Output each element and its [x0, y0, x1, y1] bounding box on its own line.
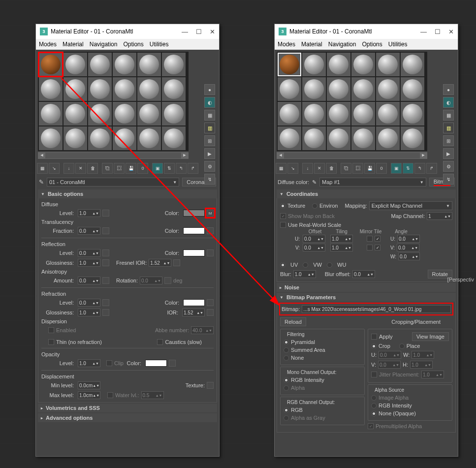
u-tiling-spinner[interactable]: 1.0▲▼ — [330, 235, 353, 243]
alpha-rgb-radio[interactable] — [371, 403, 377, 408]
material-slot[interactable] — [351, 53, 375, 76]
rollout-advanced-header[interactable]: ▸Advanced options — [38, 413, 217, 422]
aniso-amount-spinner[interactable]: 0.0▲▼ — [78, 277, 100, 284]
material-slot[interactable] — [162, 126, 186, 150]
refl-level-spinner[interactable]: 0.0▲▼ — [78, 249, 100, 257]
sample-type-icon[interactable]: ● — [443, 84, 454, 95]
material-slot[interactable] — [63, 102, 87, 125]
assign-icon[interactable]: ↓ — [63, 163, 74, 174]
titlebar[interactable]: 3 Material Editor - 01 - CoronaMtl — ☐ ✕ — [36, 24, 219, 39]
go-parent-icon[interactable]: ↰ — [176, 163, 187, 174]
close-button[interactable]: ✕ — [210, 28, 215, 35]
fresnel-map-button[interactable] — [173, 259, 180, 266]
menu-utilities[interactable]: Utilities — [388, 41, 408, 48]
material-slot[interactable] — [63, 126, 87, 150]
material-slot[interactable] — [351, 102, 375, 125]
texture-radio[interactable] — [280, 203, 286, 209]
clip-check[interactable] — [106, 360, 112, 366]
rollout-volumetrics-header[interactable]: ▸Volumetrics and SSS — [38, 404, 217, 412]
rgb-radio[interactable] — [284, 407, 289, 413]
opac-level-spinner[interactable]: 1.0▲▼ — [78, 359, 100, 367]
titlebar[interactable]: 3 Material Editor - 01 - CoronaMtl — ☐ ✕ — [275, 24, 458, 39]
translucency-color-swatch[interactable] — [183, 227, 205, 234]
show-map-back-check[interactable]: ✓ — [280, 213, 286, 219]
menu-utilities[interactable]: Utilities — [150, 41, 169, 48]
fresnel-spinner[interactable]: 1.52▲▼ — [149, 259, 171, 267]
make-unique-icon[interactable]: ⿴ — [114, 163, 125, 174]
aniso-rot-map-button[interactable] — [164, 277, 171, 284]
show-end-result-icon[interactable]: ⇅ — [164, 163, 175, 174]
thin-check[interactable] — [48, 339, 54, 345]
material-slot[interactable] — [39, 77, 63, 101]
diffuse-level-spinner[interactable]: 1.0▲▼ — [78, 209, 100, 217]
select-by-mat-icon[interactable]: ↯ — [204, 174, 215, 185]
rollout-coords-header[interactable]: ▼Coordinates — [277, 189, 456, 198]
opac-color-swatch[interactable] — [145, 360, 167, 367]
material-slot-0[interactable] — [39, 53, 63, 76]
translucency-map-button[interactable] — [207, 227, 214, 234]
disp-texture-button[interactable] — [207, 382, 214, 389]
wu-radio[interactable] — [327, 262, 332, 268]
mapping-dropdown[interactable]: Explicit Map Channel▼ — [369, 201, 452, 210]
aniso-rot-spinner[interactable]: 0.0▲▼ — [140, 277, 162, 284]
abbe-spinner[interactable]: 40.0▲▼ — [191, 326, 214, 334]
material-slot[interactable] — [88, 53, 112, 76]
vw-radio[interactable] — [303, 262, 308, 268]
u-mirror-check[interactable] — [367, 236, 373, 242]
map-channel-spinner[interactable]: 1▲▼ — [427, 212, 452, 220]
backlight-icon[interactable]: ◐ — [204, 97, 215, 108]
material-slot[interactable] — [113, 53, 136, 76]
v-offset-spinner[interactable]: 0.0▲▼ — [303, 244, 325, 251]
eyedropper-icon[interactable]: ✎ — [39, 179, 44, 186]
options-icon[interactable]: ⚙ — [204, 161, 215, 172]
maximize-button[interactable]: ☐ — [196, 28, 202, 35]
u-tile-check[interactable]: ✓ — [375, 236, 381, 242]
material-slot[interactable] — [63, 77, 87, 101]
crop-v-spinner[interactable]: 0.0▲▼ — [378, 361, 401, 369]
refr-gloss-spinner[interactable]: 1.0▲▼ — [78, 309, 100, 316]
background-icon[interactable]: ▦ — [443, 110, 454, 121]
gloss-map-button[interactable] — [102, 259, 109, 266]
maximize-button[interactable]: ☐ — [435, 28, 441, 35]
jitter-spinner[interactable]: 1.0▲▼ — [421, 371, 444, 378]
material-slot[interactable] — [278, 126, 301, 150]
sample-h-scrollbar[interactable]: ◄► — [277, 152, 427, 159]
go-parent-icon[interactable]: ↰ — [414, 163, 425, 174]
premult-check[interactable]: ✓ — [368, 423, 374, 429]
ior-spinner[interactable]: 1.52▲▼ — [182, 309, 205, 316]
material-slot[interactable] — [88, 102, 112, 125]
material-slot[interactable] — [39, 102, 63, 125]
material-slot[interactable] — [302, 77, 326, 101]
material-slot[interactable] — [88, 77, 112, 101]
put-to-scene-icon[interactable]: ↘ — [287, 163, 298, 174]
ior-map-button[interactable] — [207, 309, 214, 316]
backlight-icon[interactable]: ◐ — [443, 97, 454, 108]
material-slot[interactable] — [137, 102, 161, 125]
minimize-button[interactable]: — — [420, 28, 427, 35]
maxlevel-spinner[interactable]: 1.0cm▲▼ — [78, 391, 100, 399]
material-slot[interactable] — [327, 102, 350, 125]
material-slot[interactable] — [351, 126, 375, 150]
video-check-icon[interactable]: ⊞ — [204, 135, 215, 146]
menu-options[interactable]: Options — [123, 41, 143, 48]
w-angle-spinner[interactable]: 0.0▲▼ — [398, 252, 420, 260]
blur-offset-spinner[interactable]: 0.0▲▼ — [352, 270, 375, 278]
v-mirror-check[interactable] — [367, 245, 373, 250]
fraction-spinner[interactable]: 0.0▲▼ — [78, 227, 100, 235]
material-slot[interactable] — [278, 102, 301, 125]
summed-radio[interactable] — [284, 347, 289, 353]
put-to-lib-icon[interactable]: 💾 — [126, 163, 136, 174]
menu-modes[interactable]: Modes — [39, 41, 57, 48]
material-slot[interactable] — [162, 77, 186, 101]
none-filter-radio[interactable] — [284, 355, 289, 361]
go-forward-icon[interactable]: ↱ — [426, 163, 437, 174]
diffuse-color-swatch[interactable] — [183, 210, 205, 217]
place-radio[interactable] — [399, 343, 405, 349]
diffuse-level-map-button[interactable] — [102, 210, 109, 217]
none-opaque-radio[interactable] — [371, 411, 377, 416]
material-slot[interactable] — [401, 102, 424, 125]
mat-id-icon[interactable]: 0 — [137, 163, 148, 174]
reset-icon[interactable]: ✕ — [75, 163, 86, 174]
caustics-check[interactable] — [157, 339, 163, 345]
uv-tiling-icon[interactable]: ▥ — [443, 123, 454, 133]
